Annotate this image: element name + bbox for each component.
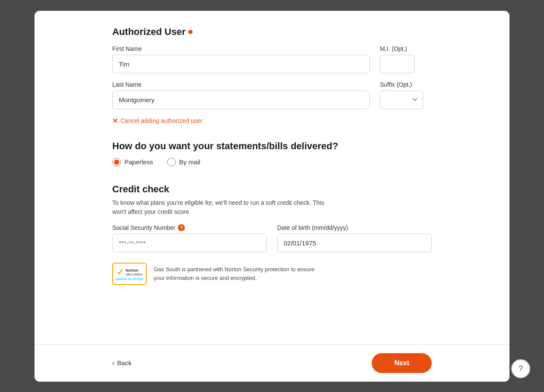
suffix-group: Suffix (Opt.) Jr. Sr. II III IV [380, 81, 432, 109]
norton-description: Gas South is partnered with Norton Secur… [154, 265, 318, 282]
ssn-group: Social Security Number ? [112, 224, 267, 252]
norton-brand-text: Norton [126, 268, 142, 273]
required-indicator [188, 30, 193, 34]
name-row-1: First Name M.I. (Opt.) [112, 45, 432, 73]
delivery-section: How do you want your statements/bills de… [112, 141, 432, 166]
mi-label: M.I. (Opt.) [380, 45, 432, 52]
suffix-label: Suffix (Opt.) [380, 81, 432, 88]
norton-secured-text: SECURED [126, 273, 142, 276]
first-name-group: First Name [112, 45, 370, 73]
credit-check-description: To know what plans you're eligible for, … [112, 198, 328, 216]
name-row-2: Last Name Suffix (Opt.) Jr. Sr. II III I… [112, 81, 432, 109]
chevron-left-icon: ‹ [112, 359, 114, 367]
help-button[interactable]: ? [511, 359, 530, 378]
first-name-label: First Name [112, 45, 370, 52]
dob-group: Date of birth (mm/dd/yyyy) [277, 224, 432, 252]
norton-check-mark: ✓ Norton SECURED [117, 267, 142, 277]
back-button[interactable]: ‹ Back [112, 359, 132, 367]
mail-radio[interactable] [167, 158, 176, 166]
last-name-label: Last Name [112, 81, 370, 88]
cancel-authorized-user-link[interactable]: ✕ Cancel adding authorized user [112, 117, 432, 125]
checkmark-icon: ✓ [117, 267, 124, 277]
ssn-label: Social Security Number [112, 224, 175, 231]
norton-badge: ✓ Norton SECURED powered by VeriSign [112, 263, 147, 285]
ssn-info-icon[interactable]: ? [178, 224, 185, 231]
paperless-option[interactable]: Paperless [112, 158, 153, 166]
dob-input[interactable] [277, 234, 432, 252]
cancel-x-icon: ✕ [112, 117, 118, 125]
delivery-title: How do you want your statements/bills de… [112, 141, 432, 152]
credit-check-section: Credit check To know what plans you're e… [112, 184, 432, 285]
credit-check-title: Credit check [112, 184, 432, 195]
suffix-select[interactable]: Jr. Sr. II III IV [380, 91, 423, 109]
mail-label: By mail [179, 158, 200, 166]
first-name-input[interactable] [112, 55, 370, 73]
last-name-input[interactable] [112, 91, 370, 109]
back-label: Back [117, 359, 131, 367]
paperless-label: Paperless [124, 158, 153, 166]
ssn-label-row: Social Security Number ? [112, 224, 267, 231]
dob-label: Date of birth (mm/dd/yyyy) [277, 224, 348, 231]
footer-bar: ‹ Back Next [35, 344, 509, 382]
by-mail-option[interactable]: By mail [167, 158, 200, 166]
paperless-radio[interactable] [112, 158, 121, 166]
mi-input[interactable] [380, 55, 414, 73]
norton-security-row: ✓ Norton SECURED powered by VeriSign Gas… [112, 263, 432, 285]
next-label: Next [394, 359, 409, 367]
next-button[interactable]: Next [372, 353, 432, 373]
dob-label-row: Date of birth (mm/dd/yyyy) [277, 224, 432, 231]
credit-fields-row: Social Security Number ? Date of birth (… [112, 224, 432, 252]
mi-group: M.I. (Opt.) [380, 45, 432, 73]
ssn-input[interactable] [112, 234, 267, 252]
delivery-options: Paperless By mail [112, 158, 432, 166]
question-mark-icon: ? [519, 364, 523, 373]
section-title-authorized-user: Authorized User [112, 18, 432, 38]
last-name-group: Last Name [112, 81, 370, 109]
cancel-link-text: Cancel adding authorized user [120, 117, 202, 124]
norton-verisign-text: powered by VeriSign [116, 277, 143, 280]
